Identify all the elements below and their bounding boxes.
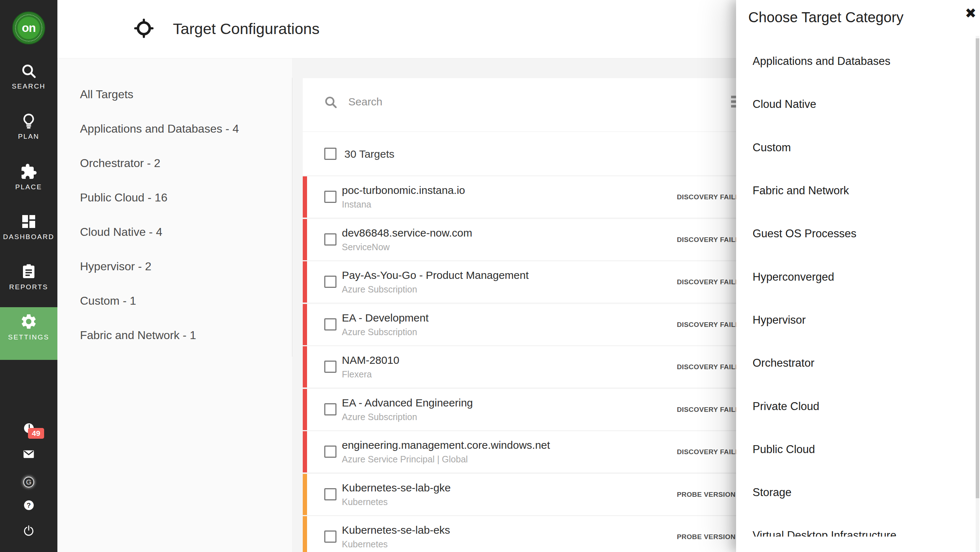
- notification-badge: 49: [28, 428, 44, 439]
- sidebar-item-reports[interactable]: REPORTS: [0, 263, 57, 291]
- severity-bar: [303, 346, 307, 387]
- row-checkbox[interactable]: [324, 530, 336, 542]
- panel-title: Choose Target Category: [748, 10, 904, 25]
- target-name: Pay-As-You-Go - Product Management: [342, 269, 529, 281]
- close-icon[interactable]: ✖: [965, 6, 977, 20]
- target-name: engineering.management.core.windows.net: [342, 439, 550, 451]
- target-type: Azure Subscription: [342, 284, 417, 295]
- search-input[interactable]: [348, 95, 635, 108]
- panel-item-guest-os-processes[interactable]: Guest OS Processes: [752, 212, 953, 255]
- panel-item-storage[interactable]: Storage: [752, 471, 953, 514]
- dashboard-icon: [20, 213, 37, 230]
- choose-target-category-panel: Choose Target Category ✖ Applications an…: [736, 0, 980, 552]
- panel-item-private-cloud[interactable]: Private Cloud: [752, 385, 953, 428]
- row-checkbox[interactable]: [324, 276, 336, 288]
- target-status: PROBE VERSION (: [677, 491, 740, 499]
- sidebar-item-label: PLACE: [0, 183, 57, 191]
- sidebar-item-settings[interactable]: SETTINGS: [0, 312, 57, 341]
- turbonomic-logo[interactable]: on: [12, 11, 45, 44]
- power-icon: [22, 525, 35, 537]
- target-type: Azure Subscription: [342, 327, 417, 337]
- row-checkbox[interactable]: [324, 318, 336, 330]
- sidebar-item-place[interactable]: PLACE: [0, 163, 57, 191]
- target-status: DISCOVERY FAILE: [677, 236, 740, 244]
- sidebar-item-dashboard[interactable]: DASHBOARD: [0, 213, 57, 241]
- target-type: Flexera: [342, 369, 372, 379]
- target-status: DISCOVERY FAILE: [677, 448, 740, 456]
- category-item-custom[interactable]: Custom - 1: [80, 293, 239, 308]
- row-checkbox[interactable]: [324, 403, 336, 416]
- severity-bar: [303, 516, 307, 552]
- target-status: DISCOVERY FAILE: [677, 406, 740, 414]
- sidebar-item-plan[interactable]: PLAN: [0, 113, 57, 141]
- clipboard-icon: [20, 263, 37, 280]
- g-app-button[interactable]: G: [0, 477, 57, 487]
- target-name: EA - Development: [342, 312, 429, 324]
- target-type: Instana: [342, 199, 371, 210]
- target-type: Azure Subscription: [342, 412, 417, 422]
- panel-item-hypervisor[interactable]: Hypervisor: [752, 298, 953, 342]
- g-logo-icon: G: [23, 477, 34, 487]
- messages-button[interactable]: [0, 450, 57, 458]
- row-checkbox[interactable]: [324, 488, 336, 500]
- lightbulb-icon: [20, 113, 37, 130]
- sidebar-item-label: DASHBOARD: [0, 233, 57, 241]
- logo-ring: [15, 14, 42, 41]
- target-status: DISCOVERY FAILE: [677, 278, 740, 286]
- severity-bar: [303, 176, 307, 217]
- row-checkbox[interactable]: [324, 446, 336, 458]
- help-icon: ?: [24, 500, 34, 510]
- panel-item-public-cloud[interactable]: Public Cloud: [752, 428, 953, 471]
- panel-item-cloud-native[interactable]: Cloud Native: [752, 83, 953, 126]
- category-item-orchestrator[interactable]: Orchestrator - 2: [80, 155, 239, 171]
- category-item-hypervisor[interactable]: Hypervisor - 2: [80, 259, 239, 274]
- panel-item-orchestrator[interactable]: Orchestrator: [752, 342, 953, 385]
- target-type: Azure Service Principal | Global: [342, 454, 468, 465]
- target-icon: [134, 18, 154, 38]
- category-item-public-cloud[interactable]: Public Cloud - 16: [80, 190, 239, 205]
- category-item-cloud-native[interactable]: Cloud Native - 4: [80, 224, 239, 240]
- panel-item-fabric-and-network[interactable]: Fabric and Network: [752, 169, 953, 212]
- list-menu-icon[interactable]: [731, 96, 736, 110]
- target-status: PROBE VERSION (: [677, 533, 740, 541]
- scrollbar-thumb[interactable]: [976, 38, 979, 498]
- severity-bar: [303, 304, 307, 345]
- category-options-list: Applications and Databases Cloud Native …: [752, 40, 953, 536]
- panel-item-virtual-desktop-infrastructure[interactable]: Virtual Desktop Infrastructure: [752, 514, 953, 536]
- panel-item-custom[interactable]: Custom: [752, 126, 953, 169]
- panel-item-applications-and-databases[interactable]: Applications and Databases: [752, 40, 953, 83]
- sidebar-item-label: PLAN: [0, 133, 57, 141]
- severity-bar: [303, 261, 307, 303]
- row-checkbox[interactable]: [324, 191, 336, 203]
- category-item-all-targets[interactable]: All Targets: [80, 87, 239, 102]
- target-status: DISCOVERY FAILE: [677, 321, 740, 329]
- search-icon: [20, 62, 37, 79]
- severity-bar: [303, 389, 307, 430]
- target-type: ServiceNow: [342, 242, 390, 252]
- sidebar-item-label: REPORTS: [0, 283, 57, 291]
- severity-bar: [303, 474, 307, 515]
- target-status: DISCOVERY FAILE: [677, 363, 740, 371]
- category-item-applications[interactable]: Applications and Databases - 4: [80, 121, 239, 136]
- logout-button[interactable]: [0, 525, 57, 537]
- target-status: DISCOVERY FAILE: [677, 193, 740, 201]
- category-item-fabric-network[interactable]: Fabric and Network - 1: [80, 328, 239, 343]
- sidebar-item-label: SETTINGS: [0, 333, 57, 341]
- gear-icon: [20, 312, 38, 330]
- target-name: dev86848.service-now.com: [342, 227, 473, 239]
- panel-item-hyperconverged[interactable]: Hyperconverged: [752, 255, 953, 298]
- target-type: Kubernetes: [342, 497, 388, 507]
- mail-icon: [23, 450, 34, 458]
- search-icon: [323, 95, 338, 109]
- target-name: Kubernetes-se-lab-gke: [342, 482, 451, 494]
- row-checkbox[interactable]: [324, 361, 336, 373]
- sidebar-item-search[interactable]: SEARCH: [0, 62, 57, 90]
- help-button[interactable]: ?: [0, 500, 57, 510]
- targets-count: 30 Targets: [344, 148, 395, 160]
- puzzle-icon: [20, 163, 37, 180]
- select-all-checkbox[interactable]: [324, 148, 336, 160]
- row-checkbox[interactable]: [324, 233, 336, 246]
- target-name: poc-turbonomic.instana.io: [342, 184, 465, 197]
- page-title: Target Configurations: [173, 20, 320, 38]
- nav-rail: on SEARCH PLAN PLACE DASHBOARD: [0, 0, 57, 552]
